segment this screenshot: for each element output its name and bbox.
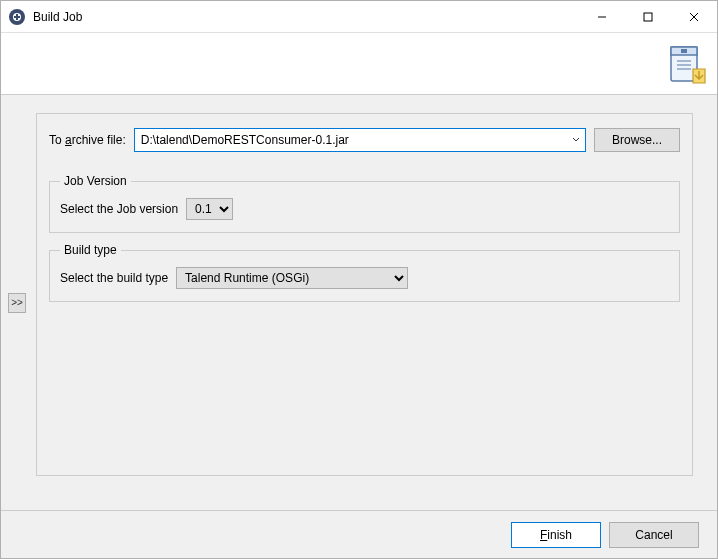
dialog-footer: Finish Cancel [1,510,717,558]
archive-dropdown-button[interactable] [567,129,585,151]
archive-row: To archive file: Browse... [49,128,680,152]
job-version-select[interactable]: 0.1 [186,198,233,220]
browse-button[interactable]: Browse... [594,128,680,152]
maximize-button[interactable] [625,1,671,32]
svg-rect-9 [681,49,687,53]
svg-rect-4 [644,13,652,21]
build-type-select[interactable]: Talend Runtime (OSGi) [176,267,408,289]
build-type-group: Build type Select the build type Talend … [49,243,680,302]
content-area: >> To archive file: Browse... Job Versio… [1,95,717,510]
job-version-group: Job Version Select the Job version 0.1 [49,174,680,233]
archive-label: To archive file: [49,133,126,147]
window-controls [579,1,717,32]
archive-icon [665,43,707,85]
svg-rect-2 [14,16,20,18]
header-banner [1,33,717,95]
close-button[interactable] [671,1,717,32]
app-icon [9,9,25,25]
build-type-label: Select the build type [60,271,168,285]
minimize-button[interactable] [579,1,625,32]
job-version-label: Select the Job version [60,202,178,216]
expand-label: >> [11,297,23,308]
chevron-down-icon [572,136,580,144]
finish-button[interactable]: Finish [511,522,601,548]
archive-path-combo[interactable] [134,128,586,152]
window-title: Build Job [33,10,82,24]
main-panel: To archive file: Browse... Job Version S… [36,113,693,476]
title-bar: Build Job [1,1,717,33]
expand-handle[interactable]: >> [8,293,26,313]
job-version-legend: Job Version [60,174,131,188]
cancel-button[interactable]: Cancel [609,522,699,548]
build-type-legend: Build type [60,243,121,257]
archive-path-input[interactable] [135,129,567,151]
